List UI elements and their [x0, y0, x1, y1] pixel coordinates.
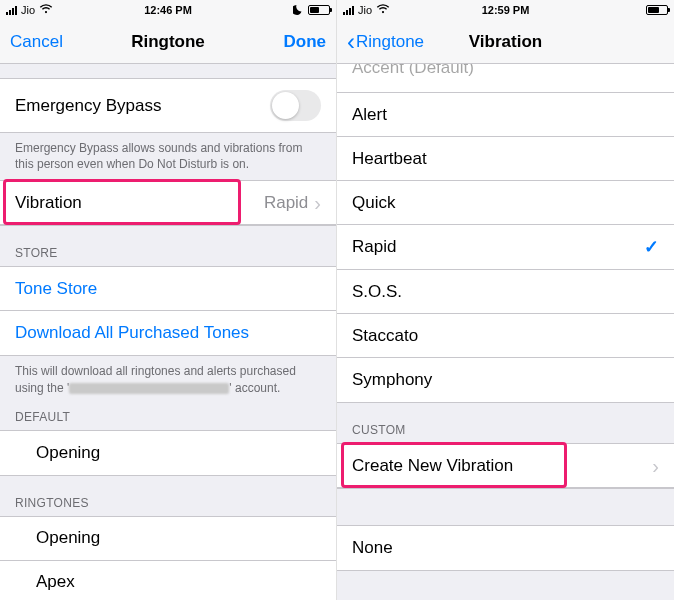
vibration-option-row[interactable]: Rapid ✓: [337, 225, 674, 270]
tone-store-row[interactable]: Tone Store: [0, 267, 336, 311]
emergency-bypass-row: Emergency Bypass: [0, 79, 336, 132]
vibration-option-label: Symphony: [352, 370, 432, 390]
vibration-option-label: Alert: [352, 105, 387, 125]
status-time: 12:59 PM: [337, 4, 674, 16]
chevron-left-icon: ‹: [347, 30, 355, 54]
battery-icon: [646, 5, 668, 15]
redacted-account: [69, 383, 229, 394]
vibration-option-label: Heartbeat: [352, 149, 427, 169]
default-ringtone-row[interactable]: Opening: [0, 431, 336, 475]
vibration-label: Vibration: [15, 193, 82, 213]
battery-icon: [308, 5, 330, 15]
chevron-right-icon: ›: [652, 456, 659, 476]
vibration-option-label: Rapid: [352, 237, 396, 257]
ringtone-row[interactable]: Opening: [0, 517, 336, 561]
nav-bar: ‹ Ringtone Vibration: [337, 20, 674, 64]
vibration-screen: Jio 12:59 PM ‹ Ringtone Vibration Accent…: [337, 0, 674, 600]
checkmark-icon: ✓: [644, 236, 659, 258]
emergency-bypass-note: Emergency Bypass allows sounds and vibra…: [0, 133, 336, 180]
ringtone-screen: Jio 12:46 PM Cancel Ringtone Done Emerge…: [0, 0, 337, 600]
ringtone-label: Opening: [36, 528, 100, 548]
back-label: Ringtone: [356, 32, 424, 52]
ringtones-header: RINGTONES: [0, 476, 336, 516]
status-bar: Jio 12:46 PM: [0, 0, 336, 20]
vibration-option-row[interactable]: Staccato: [337, 314, 674, 358]
emergency-bypass-label: Emergency Bypass: [15, 96, 161, 116]
content-scroll[interactable]: Emergency Bypass Emergency Bypass allows…: [0, 64, 336, 600]
done-button[interactable]: Done: [284, 32, 327, 52]
vibration-option-row[interactable]: Quick: [337, 181, 674, 225]
emergency-bypass-toggle[interactable]: [270, 90, 321, 121]
default-header: DEFAULT: [0, 404, 336, 430]
create-new-vibration-label: Create New Vibration: [352, 456, 513, 476]
nav-bar: Cancel Ringtone Done: [0, 20, 336, 64]
default-ringtone-label: Opening: [36, 443, 100, 463]
vibration-value: Rapid: [264, 193, 308, 213]
back-button[interactable]: ‹ Ringtone: [347, 30, 424, 54]
content-scroll[interactable]: Accent (Default) Alert Heartbeat Quick R…: [337, 64, 674, 600]
vibration-option-row[interactable]: Symphony: [337, 358, 674, 402]
vibration-option-label: Quick: [352, 193, 395, 213]
status-bar: Jio 12:59 PM: [337, 0, 674, 20]
store-note: This will download all ringtones and ale…: [0, 356, 336, 403]
store-header: STORE: [0, 226, 336, 266]
create-new-vibration-row[interactable]: Create New Vibration ›: [337, 444, 674, 488]
chevron-right-icon: ›: [314, 193, 321, 213]
ringtone-label: Apex: [36, 572, 75, 592]
status-time: 12:46 PM: [0, 4, 336, 16]
vibration-option-row[interactable]: Alert: [337, 93, 674, 137]
vibration-option-label: Accent (Default): [352, 64, 474, 78]
vibration-none-row[interactable]: None: [337, 526, 674, 570]
custom-header: CUSTOM: [337, 403, 674, 443]
vibration-option-label: S.O.S.: [352, 282, 402, 302]
vibration-option-label: Staccato: [352, 326, 418, 346]
cancel-button[interactable]: Cancel: [10, 32, 63, 52]
vibration-none-label: None: [352, 538, 393, 558]
vibration-row[interactable]: Vibration Rapid ›: [0, 181, 336, 225]
download-all-row[interactable]: Download All Purchased Tones: [0, 311, 336, 355]
vibration-option-row[interactable]: S.O.S.: [337, 270, 674, 314]
vibration-option-row[interactable]: Heartbeat: [337, 137, 674, 181]
ringtone-row[interactable]: Apex: [0, 561, 336, 600]
vibration-option-row[interactable]: Accent (Default): [337, 64, 674, 93]
